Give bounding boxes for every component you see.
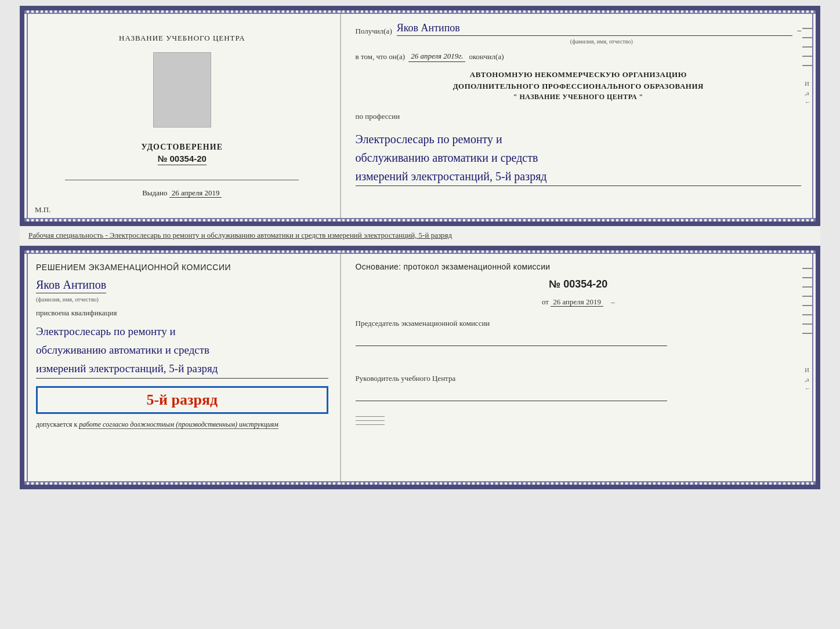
org-line2: ДОПОЛНИТЕЛЬНОГО ПРОФЕССИОНАЛЬНОГО ОБРАЗО… — [356, 81, 801, 92]
qualification-text: Электрослесарь по ремонту и обслуживанию… — [36, 322, 328, 379]
org-name-top: НАЗВАНИЕ УЧЕБНОГО ЦЕНТРА — [119, 34, 245, 43]
recipient-name-top: Яков Антипов — [397, 22, 793, 36]
poluchil-label: Получил(а) — [356, 27, 392, 36]
protocol-number: № 00354-20 — [356, 278, 801, 290]
profession-line3: измерений электростанций, 5-й разряд — [356, 167, 801, 186]
udostoverenie-block: УДОСТОВЕРЕНИЕ № 00354-20 — [142, 143, 223, 165]
profession-text: Электрослесарь по ремонту и обслуживанию… — [356, 130, 801, 186]
separator-area: Рабочая специальность - Электрослесарь п… — [20, 226, 820, 245]
recipient-line: Получил(а) Яков Антипов – — [356, 22, 801, 36]
fio-hint-top: (фамилия, имя, отчество) — [402, 38, 801, 45]
dopuskaetsya-line: допускается к работе согласно должностны… — [36, 420, 328, 429]
separator-text: Рабочая специальность - Электрослесарь п… — [28, 228, 452, 242]
profession-line2: обслуживанию автоматики и средств — [356, 148, 801, 167]
certificate-number-top: № 00354-20 — [158, 154, 207, 165]
mp-stamp: М.П. — [35, 205, 50, 214]
udostoverenie-label: УДОСТОВЕРЕНИЕ — [142, 143, 223, 152]
qual-line1: Электрослесарь по ремонту и — [36, 322, 328, 341]
ot-prefix: от — [542, 297, 549, 306]
dopuskaetsya-italic: работе согласно должностным (производств… — [79, 420, 278, 429]
vydano-line: Выдано 26 апреля 2019 — [142, 188, 222, 198]
predsedatel-sig-line — [356, 332, 668, 346]
photo-placeholder — [153, 52, 211, 128]
predsedatel-block: Председатель экзаменационной комиссии — [356, 318, 801, 346]
top-right-panel: И ,а ← Получил(а) Яков Антипов – (фамили… — [341, 10, 816, 221]
ot-date: 26 апреля 2019 — [551, 297, 603, 307]
bottom-left-panel: Решением экзаменационной комиссии Яков А… — [24, 250, 341, 485]
dopuskaetsya-prefix: допускается к — [36, 420, 77, 428]
qual-line3: измерений электростанций, 5-й разряд — [36, 359, 328, 378]
org-block-top: АВТОНОМНУЮ НЕКОММЕРЧЕСКУЮ ОРГАНИЗАЦИЮ ДО… — [356, 69, 801, 102]
vydano-date: 26 апреля 2019 — [169, 188, 222, 198]
prisvoyena-label: присвоена квалификация — [36, 308, 328, 318]
razryad-badge: 5-й разряд — [36, 386, 328, 414]
razryad-text: 5-й разряд — [45, 391, 320, 409]
bottom-certificate: Решением экзаменационной комиссии Яков А… — [20, 246, 820, 489]
rukovoditel-label: Руководитель учебного Центра — [356, 373, 801, 384]
vydano-prefix: Выдано — [142, 188, 167, 197]
resheniem-title: Решением экзаменационной комиссии — [36, 262, 328, 274]
vtom-line: в том, что он(а) 26 апреля 2019г. окончи… — [356, 52, 801, 62]
po-professii-label: по профессии — [356, 112, 801, 121]
rukovoditel-sig-line — [356, 387, 668, 401]
bottom-right-panel: И ,а ← Основание: протокол экзаменационн… — [341, 250, 816, 485]
okonchil-label: окончил(а) — [469, 52, 504, 61]
vtom-date: 26 апреля 2019г. — [408, 52, 465, 62]
org-line1: АВТОНОМНУЮ НЕКОММЕРЧЕСКУЮ ОРГАНИЗАЦИЮ — [356, 69, 801, 81]
predsedatel-label: Председатель экзаменационной комиссии — [356, 318, 801, 329]
rukovoditel-block: Руководитель учебного Центра — [356, 373, 801, 401]
profession-line1: Электрослесарь по ремонту и — [356, 130, 801, 148]
osnovanie-label: Основание: протокол экзаменационной коми… — [356, 262, 801, 271]
person-name-bottom: Яков Антипов — [36, 278, 106, 293]
vtom-prefix: в том, что он(а) — [356, 52, 405, 61]
top-certificate: НАЗВАНИЕ УЧЕБНОГО ЦЕНТРА УДОСТОВЕРЕНИЕ №… — [20, 6, 820, 226]
fio-hint-bottom: (фамилия, имя, отчество) — [36, 296, 99, 303]
org-line3: " НАЗВАНИЕ УЧЕБНОГО ЦЕНТРА " — [356, 92, 801, 102]
top-left-panel: НАЗВАНИЕ УЧЕБНОГО ЦЕНТРА УДОСТОВЕРЕНИЕ №… — [24, 10, 341, 221]
ot-date-line: от 26 апреля 2019 – — [356, 297, 801, 307]
qual-line2: обслуживанию автоматики и средств — [36, 341, 328, 359]
